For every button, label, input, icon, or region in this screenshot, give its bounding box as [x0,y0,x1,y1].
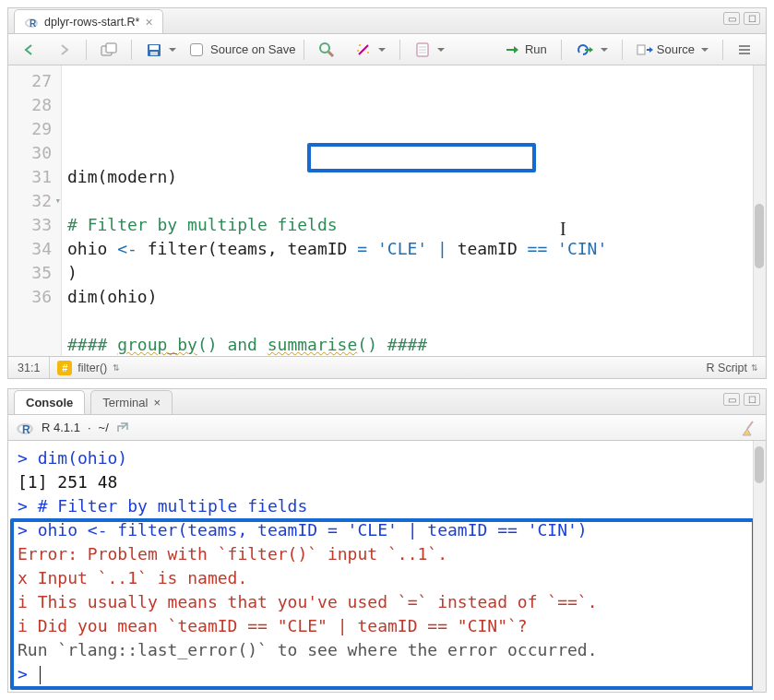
text-cursor-icon: I [560,217,566,241]
console-pane: Console Terminal × ▭ ☐ R R 4.1.1 · ~/ [7,388,767,693]
tab-terminal-label: Terminal [102,396,148,409]
show-in-new-window-button[interactable] [94,38,124,62]
line-number: 36 [12,285,52,309]
source-editor-pane: R dplyr-rows-start.R* × ▭ ☐ [7,7,767,379]
line-number: 30 [12,141,52,165]
compile-report-button[interactable] [408,38,451,62]
console-line: [1] 251 48 [18,470,756,494]
arrow-right-icon [57,43,72,56]
save-button[interactable] [139,38,183,62]
nav-forward-button[interactable] [51,38,78,62]
re-run-button[interactable] [569,38,614,62]
separator [304,40,304,60]
svg-point-11 [359,44,361,46]
cursor-position[interactable]: 31:1 [8,357,50,378]
popout-icon [101,42,117,57]
source-button[interactable]: Source [630,38,715,62]
dot-sep: · [88,421,91,434]
code-line[interactable]: # Filter by multiple fields [67,213,760,237]
r-logo-icon: R [16,420,34,436]
outline-button[interactable] [731,38,758,62]
language-indicator[interactable]: R Script ⇅ [699,362,766,374]
editor-tabstrip: R dplyr-rows-start.R* × ▭ ☐ [8,8,766,34]
clear-console-button[interactable] [740,420,758,436]
r-version: R 4.1.1 [42,421,80,434]
notebook-icon [414,42,431,58]
editor-toolbar: Source on Save Run [8,34,766,65]
working-dir[interactable]: ~/ [99,421,109,434]
run-icon [505,43,521,56]
code-line[interactable] [67,189,760,213]
code-line[interactable]: dim(modern) [67,165,760,189]
line-number: 27 [12,69,52,93]
nav-back-button[interactable] [16,38,43,62]
source-on-save-label: Source on Save [210,42,296,56]
console-scrollbar[interactable] [753,441,766,692]
scope-label: filter() [77,362,107,374]
minimize-pane-button[interactable]: ▭ [723,393,740,406]
console-line: > dim(ohio) [18,446,756,470]
source-on-save-checkbox[interactable] [190,43,203,56]
svg-line-9 [328,52,333,56]
code-line[interactable]: ) [67,261,760,285]
code-line[interactable]: ohio <- filter(teams, teamID = 'CLE' | t… [67,237,760,261]
pane-window-buttons: ▭ ☐ [723,12,760,25]
code-text[interactable]: I dim(modern) # Filter by multiple field… [62,65,766,356]
svg-point-13 [357,50,359,52]
console-line: x Input `..1` is named. [18,566,756,590]
svg-rect-4 [106,43,116,53]
line-number: 32 [12,189,52,213]
close-tab-icon[interactable]: × [153,396,161,409]
scroll-thumb[interactable] [755,446,764,483]
tab-console-label: Console [26,396,73,409]
language-label: R Script [707,362,747,374]
editor-tab-title: dplyr-rows-start.R* [44,16,140,29]
outline-icon [737,43,752,56]
tab-console[interactable]: Console [14,390,85,414]
rerun-icon [576,43,594,56]
run-label: Run [525,42,547,56]
maximize-pane-button[interactable]: ☐ [744,393,760,406]
line-number: 28 [12,93,52,117]
code-line[interactable]: #### group_by() and summarise() #### [67,333,760,356]
svg-rect-6 [149,45,159,50]
svg-point-8 [320,43,329,53]
broom-icon [740,420,758,436]
svg-line-10 [359,45,368,54]
code-line[interactable]: dim(ohio) [67,285,760,309]
separator [131,40,132,60]
editor-tab-active[interactable]: R dplyr-rows-start.R* × [14,9,163,33]
svg-line-28 [747,421,753,429]
minimize-pane-button[interactable]: ▭ [723,12,740,25]
updown-icon: ⇅ [751,363,758,373]
code-line[interactable] [67,309,760,333]
svg-point-12 [367,52,369,53]
pane-window-buttons: ▭ ☐ [723,393,760,406]
line-number: 35 [12,261,52,285]
code-tools-button[interactable] [349,38,392,62]
tab-terminal[interactable]: Terminal × [90,390,173,414]
scroll-thumb[interactable] [755,204,764,268]
find-replace-button[interactable] [312,38,341,62]
line-number: 34 [12,237,52,261]
separator [561,40,562,60]
r-file-icon: R [24,15,39,30]
console-line: Error: Problem with `filter()` input `..… [18,542,756,566]
wd-popout-icon[interactable] [116,422,129,433]
editor-scrollbar[interactable] [753,65,766,356]
console-infobar: R R 4.1.1 · ~/ [8,415,766,441]
console-line: > ohio <- filter(teams, teamID = 'CLE' |… [18,518,756,542]
svg-text:R: R [22,423,30,436]
close-tab-icon[interactable]: × [146,16,153,29]
source-icon [637,43,653,56]
scope-breadcrumb[interactable]: # filter() ⇅ [50,361,127,375]
console-line: Run `rlang::last_error()` to see where t… [18,638,756,662]
separator [399,40,400,60]
run-button[interactable]: Run [498,38,554,62]
maximize-pane-button[interactable]: ☐ [744,12,760,25]
separator [86,40,87,60]
search-icon [318,42,335,58]
console-output[interactable]: > dim(ohio)[1] 251 48> # Filter by multi… [8,441,766,692]
code-area[interactable]: 27282930 313233343536 I dim(modern) # Fi… [8,65,766,356]
line-number: 31 [12,165,52,189]
